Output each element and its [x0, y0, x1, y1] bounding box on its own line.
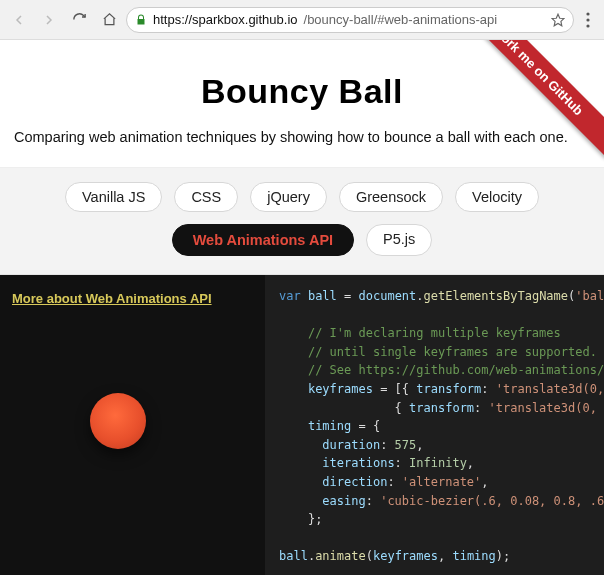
page-title: Bouncy Ball: [16, 72, 588, 111]
tab-vanilla-js[interactable]: Vanilla JS: [65, 182, 162, 212]
code-token: getElementsByTagName: [424, 289, 569, 303]
code-token: 'translate3d(0, 160px, 0: [489, 401, 604, 415]
reload-button[interactable]: [66, 7, 92, 33]
lock-icon: [135, 14, 147, 26]
tab-css[interactable]: CSS: [174, 182, 238, 212]
back-button[interactable]: [6, 7, 32, 33]
code-token: ball: [308, 289, 337, 303]
code-token: ball: [279, 549, 308, 563]
code-token: timing: [452, 549, 495, 563]
tab-p5js[interactable]: P5.js: [366, 224, 432, 256]
code-token: var: [279, 289, 301, 303]
bookmark-icon[interactable]: [551, 13, 565, 27]
url-path: /bouncy-ball/#web-animations-api: [304, 12, 498, 27]
svg-point-3: [586, 24, 589, 27]
kebab-menu-icon[interactable]: [578, 12, 598, 28]
code-token: 'cubic-bezier(.6, 0.08, 0.8, .6)': [380, 494, 604, 508]
technique-tabs: Vanilla JS CSS jQuery Greensock Velocity…: [0, 167, 604, 275]
code-comment: // See https://github.com/web-animations…: [308, 363, 604, 377]
svg-point-1: [586, 12, 589, 15]
code-token: 'ball': [575, 289, 604, 303]
code-token: 'alternate': [402, 475, 481, 489]
tab-row-2: Web Animations API P5.js: [172, 224, 433, 256]
code-token: easing: [322, 494, 365, 508]
code-token: keyframes: [308, 382, 373, 396]
code-token: = [{: [373, 382, 416, 396]
tab-jquery[interactable]: jQuery: [250, 182, 327, 212]
code-token: };: [308, 512, 322, 526]
animation-pane: More about Web Animations API: [0, 275, 265, 575]
code-pane: var ball = document.getElementsByTagName…: [265, 275, 604, 575]
code-token: animate: [315, 549, 366, 563]
code-token: {: [308, 401, 409, 415]
page-content: Fork me on GitHub Bouncy Ball Comparing …: [0, 40, 604, 581]
more-about-link[interactable]: More about Web Animations API: [12, 290, 212, 308]
code-token: Infinity: [409, 456, 467, 470]
tab-web-animations-api[interactable]: Web Animations API: [172, 224, 354, 256]
address-bar[interactable]: https://sparkbox.github.io/bouncy-ball/#…: [126, 7, 574, 33]
code-token: transform: [416, 382, 481, 396]
code-token: direction: [322, 475, 387, 489]
code-token: iterations: [322, 456, 394, 470]
code-token: 'translate3d(0, 0, 0)': [496, 382, 604, 396]
tab-greensock[interactable]: Greensock: [339, 182, 443, 212]
code-token: duration: [322, 438, 380, 452]
code-token: =: [337, 289, 359, 303]
bouncing-ball: [90, 393, 146, 449]
browser-toolbar: https://sparkbox.github.io/bouncy-ball/#…: [0, 0, 604, 40]
forward-button[interactable]: [36, 7, 62, 33]
url-host: https://sparkbox.github.io: [153, 12, 298, 27]
svg-point-2: [586, 18, 589, 21]
code-token: = {: [351, 419, 380, 433]
code-token: 575: [395, 438, 417, 452]
code-comment: // I'm declaring multiple keyframes: [308, 326, 561, 340]
code-comment: // until single keyframes are supported.: [308, 345, 597, 359]
demo-content: More about Web Animations API var ball =…: [0, 275, 604, 575]
home-button[interactable]: [96, 7, 122, 33]
code-token: transform: [409, 401, 474, 415]
page-subtitle: Comparing web animation techniques by sh…: [0, 119, 604, 167]
tab-row-1: Vanilla JS CSS jQuery Greensock Velocity: [65, 182, 539, 212]
tab-velocity[interactable]: Velocity: [455, 182, 539, 212]
svg-marker-0: [552, 14, 564, 26]
code-token: keyframes: [373, 549, 438, 563]
code-token: timing: [308, 419, 351, 433]
code-token: document: [359, 289, 417, 303]
